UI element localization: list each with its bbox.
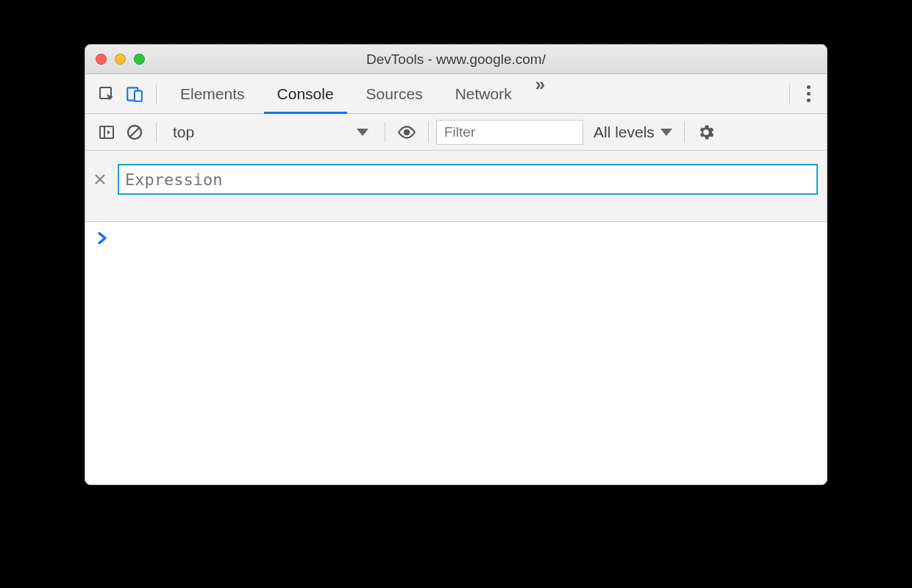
zoom-window-button[interactable]	[134, 54, 145, 65]
chevron-down-icon	[660, 129, 672, 136]
device-toolbar-icon[interactable]	[122, 82, 147, 107]
chevron-right-double-icon: »	[535, 74, 545, 94]
tab-label: Elements	[180, 85, 245, 103]
toolbar-divider	[156, 122, 157, 143]
tabs-overflow-icon[interactable]: »	[528, 74, 552, 113]
tab-label: Console	[277, 85, 334, 103]
toolbar-divider	[789, 84, 790, 104]
devtools-window: DevTools - www.google.com/ Elements Cons…	[85, 44, 827, 485]
toggle-sidebar-icon[interactable]	[94, 120, 119, 145]
clear-console-icon[interactable]	[122, 120, 147, 145]
context-label: top	[173, 123, 194, 141]
tab-label: Network	[455, 85, 512, 103]
titlebar: DevTools - www.google.com/	[85, 45, 827, 74]
window-title: DevTools - www.google.com/	[85, 51, 827, 68]
console-prompt-icon	[97, 232, 815, 244]
toolbar-divider	[156, 84, 157, 104]
svg-rect-3	[100, 126, 113, 138]
tab-label: Sources	[366, 85, 423, 103]
svg-line-6	[130, 128, 139, 137]
expression-input[interactable]	[118, 164, 818, 195]
traffic-lights	[96, 54, 145, 65]
panel-tabs: Elements Console Sources Network »	[164, 74, 782, 113]
inspect-element-icon[interactable]	[94, 82, 119, 107]
chevron-down-icon	[357, 129, 368, 136]
tab-elements[interactable]: Elements	[164, 74, 261, 113]
minimize-window-button[interactable]	[115, 54, 126, 65]
tab-sources[interactable]: Sources	[350, 74, 439, 113]
more-options-icon[interactable]	[797, 85, 819, 102]
live-expression-icon[interactable]	[394, 120, 419, 145]
execution-context-select[interactable]: top	[164, 123, 377, 141]
toolbar-divider	[428, 122, 429, 143]
tab-console[interactable]: Console	[261, 74, 350, 113]
log-levels-label: All levels	[594, 123, 655, 141]
console-settings-icon[interactable]	[694, 120, 719, 145]
console-output[interactable]	[85, 222, 827, 484]
toolbar-divider	[385, 122, 385, 143]
live-expression-bar	[85, 151, 827, 222]
log-levels-select[interactable]: All levels	[594, 123, 672, 141]
svg-rect-2	[135, 90, 142, 101]
tab-network[interactable]: Network	[439, 74, 528, 113]
close-window-button[interactable]	[96, 54, 107, 65]
main-toolbar: Elements Console Sources Network »	[85, 74, 827, 114]
svg-point-7	[404, 129, 410, 135]
console-toolbar: top All levels	[85, 114, 827, 151]
close-icon[interactable]	[94, 173, 110, 185]
toolbar-divider	[684, 122, 685, 143]
filter-input[interactable]	[436, 120, 583, 145]
